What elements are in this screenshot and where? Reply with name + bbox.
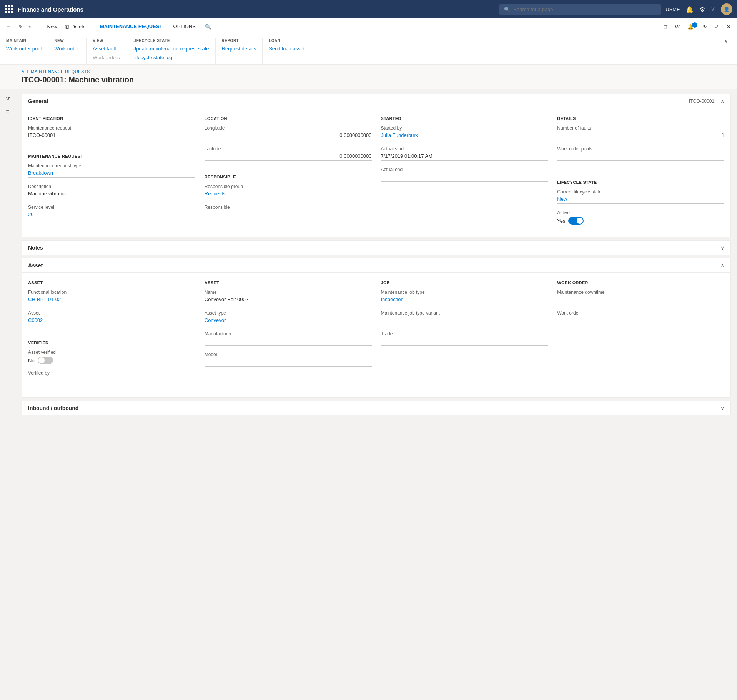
ribbon-view-label: VIEW <box>93 38 120 43</box>
ribbon-request-details[interactable]: Request details <box>222 45 256 52</box>
actual-end-value[interactable] <box>381 173 548 182</box>
delete-button[interactable]: 🗑 Delete <box>62 22 89 32</box>
list-icon[interactable]: ≡ <box>6 108 9 115</box>
search-tab-icon[interactable]: 🔍 <box>202 22 214 32</box>
work-order-pools-label: Work order pools <box>557 146 724 152</box>
started-by-label: Started by <box>381 125 548 131</box>
asset-col4: WORK ORDER Maintenance downtime Work ord… <box>557 279 724 391</box>
separator <box>92 23 92 31</box>
edit-button[interactable]: ✎ Edit <box>15 22 36 32</box>
started-by-value[interactable]: Julia Funderburk <box>381 132 548 140</box>
filter-icon[interactable]: ⧩ <box>5 95 10 102</box>
asset-left-label: ASSET <box>28 280 195 285</box>
ribbon-work-order-pool[interactable]: Work order pool <box>6 45 42 52</box>
asset-name-label: Name <box>205 290 372 295</box>
search-box[interactable]: 🔍 <box>499 4 661 15</box>
asset-type-group: Asset type Conveyor <box>205 310 372 325</box>
faults-value[interactable]: 1 <box>557 132 724 140</box>
inbound-chevron-icon: ∨ <box>720 405 724 411</box>
ribbon-update-state[interactable]: Update maintenance request state <box>133 45 209 52</box>
notes-section-header[interactable]: Notes ∨ <box>22 241 730 255</box>
help-icon[interactable]: ? <box>711 6 715 13</box>
general-section: General ITCO-00001 ∧ IDENTIFICATION Main… <box>22 94 731 237</box>
mr-service-level-value[interactable]: 20 <box>28 211 195 219</box>
current-lifecycle-value[interactable]: New <box>557 195 724 204</box>
word-button[interactable]: W <box>672 22 683 32</box>
verified-by-value[interactable] <box>28 377 195 385</box>
open-new-button[interactable]: ⤢ <box>712 22 722 32</box>
functional-location-group: Functional location CH-BP1-01-02 <box>28 290 195 304</box>
tab-maintenance-request[interactable]: MAINTENANCE REQUEST <box>95 18 167 35</box>
general-section-id: ITCO-00001 <box>689 98 714 104</box>
responsible-group-value[interactable]: Requests <box>205 190 372 198</box>
functional-location-value[interactable]: CH-BP1-01-02 <box>28 296 195 304</box>
avatar[interactable]: 👤 <box>721 3 732 15</box>
close-button[interactable]: ✕ <box>724 22 734 32</box>
new-button[interactable]: ＋ New <box>37 21 60 33</box>
job-type-variant-value[interactable] <box>381 317 548 325</box>
active-toggle[interactable] <box>568 217 584 225</box>
maintenance-job-type-value[interactable]: Inspection <box>381 296 548 304</box>
refresh-button[interactable]: ↻ <box>700 22 710 32</box>
mr-description-value[interactable]: Machine vibration <box>28 190 195 198</box>
asset-verified-toggle[interactable] <box>38 357 53 364</box>
notification-icon[interactable]: 🔔 <box>686 6 694 13</box>
search-icon: 🔍 <box>504 7 510 12</box>
general-title: General <box>28 98 48 104</box>
notes-title: Notes <box>28 245 43 251</box>
ribbon-loan-label: LOAN <box>269 38 304 43</box>
asset-type-value[interactable]: Conveyor <box>205 317 372 325</box>
grid-view-button[interactable]: ⊞ <box>660 22 670 32</box>
asset-title: Asset <box>28 262 43 268</box>
active-toggle-label: Yes <box>557 218 565 224</box>
ribbon-report-label: REPORT <box>222 38 256 43</box>
model-label: Model <box>205 352 372 357</box>
notes-chevron-icon: ∨ <box>720 245 724 251</box>
ribbon-work-order[interactable]: Work order <box>54 45 79 52</box>
actual-end-group: Actual end <box>381 167 548 182</box>
ribbon-send-loan-asset[interactable]: Send loan asset <box>269 45 304 52</box>
tab-options[interactable]: OPTIONS <box>169 18 201 35</box>
waffle-menu[interactable] <box>5 5 13 13</box>
responsible-person-value[interactable] <box>205 211 372 219</box>
identification-label: IDENTIFICATION <box>28 116 195 121</box>
layout-wrapper: ⧩ ≡ General ITCO-00001 ∧ IDENTIFICATION … <box>0 89 737 423</box>
ribbon-collapse-button[interactable]: ∧ <box>721 38 731 64</box>
asset-section-header[interactable]: Asset ∧ <box>22 258 730 273</box>
inbound-section-header[interactable]: Inbound / outbound ∨ <box>22 401 730 415</box>
mr-label: Maintenance request <box>28 125 195 131</box>
responsible-group-group: Responsible group Requests <box>205 184 372 198</box>
app-title: Finance and Operations <box>18 6 495 13</box>
search-input[interactable] <box>513 7 656 12</box>
trade-value[interactable] <box>381 337 548 346</box>
responsible-person-label: Responsible <box>205 205 372 210</box>
mr-value[interactable]: ITCO-00001 <box>28 132 195 140</box>
manufacturer-value[interactable] <box>205 337 372 346</box>
asset-verified-toggle-label: No <box>28 358 35 363</box>
hamburger-button[interactable]: ☰ <box>3 22 14 32</box>
longitude-value[interactable]: 0.0000000000 <box>205 132 372 140</box>
settings-icon[interactable]: ⚙ <box>700 6 705 13</box>
responsible-person-group: Responsible <box>205 205 372 219</box>
general-section-header[interactable]: General ITCO-00001 ∧ <box>22 94 730 108</box>
maintenance-downtime-value[interactable] <box>557 296 724 304</box>
latitude-group: Latitude 0.0000000000 <box>205 146 372 161</box>
latitude-value[interactable]: 0.0000000000 <box>205 152 372 161</box>
mr-description-group: Description Machine vibration <box>28 184 195 198</box>
mr-type-group: Maintenance request type Breakdown <box>28 163 195 178</box>
notification-count-button[interactable]: 🔔0 <box>684 22 698 32</box>
work-order-pools-value[interactable] <box>557 152 724 161</box>
notes-section: Notes ∨ <box>22 240 731 255</box>
model-value[interactable] <box>205 358 372 367</box>
active-toggle-wrapper: Yes <box>557 217 724 225</box>
edit-icon: ✎ <box>18 24 23 30</box>
ribbon-asset-fault[interactable]: Asset fault <box>93 45 120 52</box>
asset-name-value[interactable]: Conveyor Belt 0002 <box>205 296 372 304</box>
ribbon-lifecycle-log[interactable]: Lifecycle state log <box>133 54 209 61</box>
asset-id-value[interactable]: C0002 <box>28 317 195 325</box>
work-order-ref-value[interactable] <box>557 317 724 325</box>
page-header: ALL MAINTENANCE REQUESTS ITCO-00001: Mac… <box>0 65 737 89</box>
actual-start-value[interactable]: 7/17/2019 01:00:17 AM <box>381 152 548 161</box>
breadcrumb[interactable]: ALL MAINTENANCE REQUESTS <box>22 69 715 74</box>
mr-type-value[interactable]: Breakdown <box>28 169 195 178</box>
